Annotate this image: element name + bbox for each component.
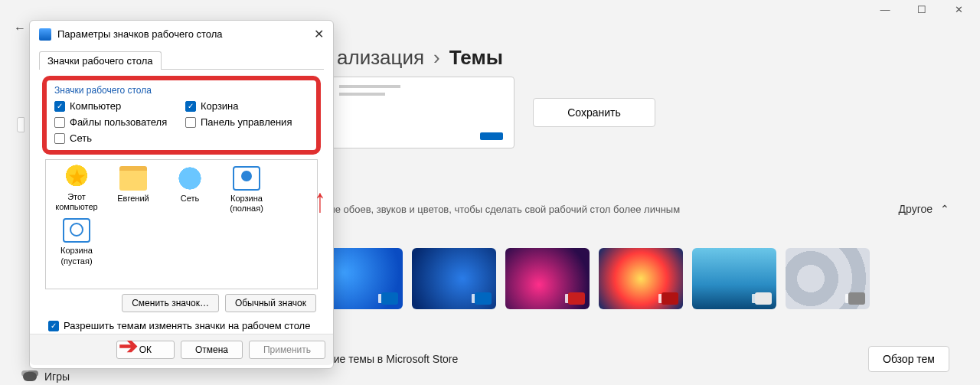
gamepad-icon — [23, 372, 37, 381]
sidebar-item-label: Игры — [44, 370, 70, 383]
section-hint: ание обоев, звуков и цветов, чтобы сдела… — [318, 204, 680, 215]
dialog-app-icon — [39, 28, 51, 41]
theme-tile-6[interactable] — [786, 248, 870, 309]
theme-preview — [331, 77, 514, 148]
icon-recycle-full[interactable]: Корзина (полная) — [220, 166, 273, 214]
sidebar-item-games[interactable]: Игры — [23, 370, 70, 383]
icon-this-pc[interactable]: Этот компьютер — [51, 166, 103, 214]
breadcrumb-part-personalization[interactable]: ализация — [337, 46, 424, 70]
theme-tile-4[interactable] — [599, 248, 683, 309]
back-icon[interactable]: ← — [14, 21, 26, 35]
default-icon-button[interactable]: Обычный значок — [225, 294, 316, 312]
more-themes-label: ругие темы в Microsoft Store — [318, 353, 458, 365]
folder-icon — [119, 166, 147, 191]
checkbox-allow-themes[interactable]: Разрешить темам изменять значки на рабоч… — [39, 317, 324, 331]
accent-swatch — [480, 132, 503, 140]
search-input-edge[interactable] — [17, 117, 24, 132]
main-titlebar: — ☐ ✕ — [0, 0, 980, 18]
change-icon-button[interactable]: Сменить значок… — [122, 294, 219, 312]
checkbox-control-panel[interactable]: Панель управления — [185, 116, 309, 128]
save-button[interactable]: Сохранить — [533, 98, 655, 127]
apply-button[interactable]: Применить — [249, 341, 325, 359]
this-pc-icon — [63, 165, 90, 189]
minimize-button[interactable]: — — [870, 0, 900, 18]
theme-tile-2[interactable] — [412, 248, 496, 309]
browse-themes-button[interactable]: Обзор тем — [868, 346, 949, 372]
icon-user-folder[interactable]: Евгений — [107, 166, 159, 214]
group-title: Значки рабочего стола — [54, 85, 309, 96]
theme-tiles — [318, 248, 949, 309]
desktop-icons-dialog: Параметры значков рабочего стола ✕ Значк… — [29, 20, 334, 369]
checkbox-recycle-bin[interactable]: Корзина — [185, 100, 309, 112]
checkbox-user-files[interactable]: Файлы пользователя — [54, 116, 178, 128]
close-icon[interactable]: ✕ — [314, 27, 324, 41]
network-icon — [176, 166, 204, 191]
dialog-title: Параметры значков рабочего стола — [57, 28, 223, 40]
chevron-right-icon: › — [433, 46, 440, 70]
maximize-button[interactable]: ☐ — [906, 0, 937, 18]
icon-network[interactable]: Сеть — [164, 166, 216, 214]
checkbox-computer[interactable]: Компьютер — [54, 100, 178, 112]
icon-recycle-empty[interactable]: Корзина (пустая) — [51, 218, 103, 266]
recycle-empty-icon — [63, 218, 90, 243]
icon-preview-area: Этот компьютер Евгений Сеть Корзина (пол… — [45, 159, 318, 289]
annotation-highlight: Значки рабочего стола Компьютер Корзина … — [42, 76, 321, 155]
chevron-up-icon: ⌃ — [940, 203, 949, 215]
annotation-arrow-up: ↑ — [314, 181, 325, 220]
theme-tile-3[interactable] — [505, 248, 590, 309]
expand-other[interactable]: Другое ⌃ — [899, 203, 949, 215]
breadcrumb-part-themes: Темы — [449, 46, 503, 70]
recycle-full-icon — [233, 166, 260, 191]
theme-tile-5[interactable] — [692, 248, 776, 309]
annotation-arrow-right: ➔ — [119, 332, 138, 359]
dialog-tabs: Значки рабочего стола — [39, 51, 324, 69]
breadcrumb: ализация › Темы — [337, 46, 503, 70]
close-button[interactable]: ✕ — [943, 0, 974, 18]
other-label: Другое — [899, 203, 933, 215]
cancel-button[interactable]: Отмена — [181, 341, 243, 359]
checkbox-network[interactable]: Сеть — [54, 132, 178, 144]
tab-desktop-icons[interactable]: Значки рабочего стола — [39, 51, 162, 70]
